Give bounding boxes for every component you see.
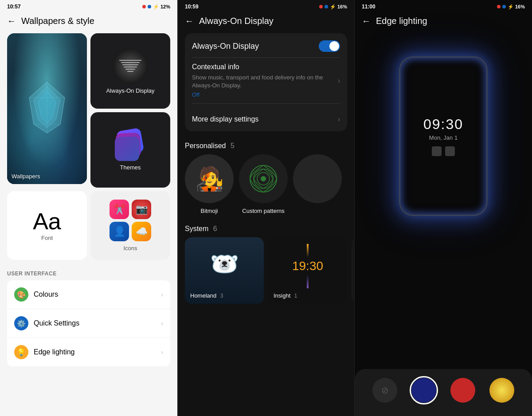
edge-glow [400, 58, 486, 215]
insight-bar-top [307, 244, 309, 257]
grid-item-wallpapers[interactable]: Wallpapers [7, 33, 87, 184]
system-card-homeland[interactable]: 🐻‍❄️ Homeland 3 [185, 237, 264, 304]
themes-layers [115, 130, 146, 161]
page-title-3: Edge lighting [376, 16, 427, 26]
battery-3: ⚡ 16% [508, 4, 525, 10]
bitmoji-circle: 🧑‍🎤 [185, 154, 234, 203]
display-settings-chevron: › [338, 115, 340, 123]
top-nav-3: ← Edge lighting [355, 12, 532, 30]
status-time-3: 11:00 [362, 4, 376, 10]
ui-section-label: USER INTERFACE [0, 263, 177, 280]
homeland-label: Homeland [190, 292, 216, 299]
status-icons-3: ⚡ 16% [497, 4, 525, 10]
icon-app-contacts: 👤 [110, 222, 129, 241]
quicksettings-label: Quick Settings [34, 319, 156, 327]
polar-bear-emoji: 🐻‍❄️ [210, 251, 239, 278]
system-header: System 6 [178, 221, 354, 237]
toggle-knob [329, 41, 339, 51]
display-settings-row[interactable]: More display settings › [192, 109, 340, 124]
edgelighting-chevron: › [161, 349, 163, 356]
page-title-2: Always-On Display [199, 16, 274, 26]
aod-toggle-row: Always-On Display [192, 40, 340, 52]
personalised-count: 5 [231, 142, 235, 149]
grid-item-themes[interactable]: Themes [90, 112, 170, 188]
bitmoji-label: Bitmoji [200, 208, 218, 214]
settings-item-quicksettings[interactable]: ⚙️ Quick Settings › [7, 309, 170, 338]
quicksettings-icon: ⚙️ [14, 316, 28, 330]
color-dot-disabled[interactable]: ⊘ [372, 378, 397, 403]
personalised-header: Personalised 5 [178, 135, 354, 154]
contextual-title: Contextual info [192, 63, 338, 71]
aod-line [127, 71, 133, 72]
back-arrow-2[interactable]: ← [185, 16, 194, 26]
themes-label: Themes [120, 164, 141, 171]
carousel-item-custom-patterns[interactable]: Custom patterns [239, 154, 288, 214]
carousel-item-bitmoji[interactable]: 🧑‍🎤 Bitmoji [185, 154, 234, 214]
aod-circle [113, 48, 148, 84]
aod-settings-card: Always-On Display Contextual info Show m… [185, 33, 347, 131]
grid-item-font[interactable]: Aa Font [7, 191, 87, 260]
system-card-insight[interactable]: 19:30 Insight 1 [268, 237, 347, 304]
aod-lines [119, 60, 141, 72]
status-time-2: 10:59 [185, 4, 199, 10]
grid-item-icons[interactable]: ✂️ 📷 👤 ☁️ Icons [90, 191, 170, 260]
panel-wallpapers-style: 10:57 ⚡ 12% ← Wallpapers & style Wallpap… [0, 0, 177, 416]
custom-patterns-label: Custom patterns [242, 208, 284, 214]
aod-line [124, 67, 137, 67]
status-dot-blue-1 [148, 5, 151, 8]
top-nav-2: ← Always-On Display [178, 12, 354, 30]
icon-app-camera: 📷 [132, 200, 151, 219]
insight-label: Insight [274, 292, 290, 299]
back-arrow-1[interactable]: ← [7, 16, 16, 26]
back-arrow-3[interactable]: ← [362, 16, 371, 26]
system-count: 6 [213, 225, 217, 232]
display-settings-text: More display settings [192, 115, 258, 123]
icons-label: Icons [123, 245, 137, 251]
contextual-chevron: › [338, 77, 340, 85]
colours-label: Colours [34, 290, 156, 298]
settings-item-colours[interactable]: 🎨 Colours › [7, 280, 170, 309]
status-dot-red-1 [142, 5, 146, 8]
status-dot-red-3 [497, 5, 501, 8]
insight-count: 1 [294, 293, 297, 299]
color-dot-gold[interactable] [489, 378, 514, 403]
system-card-partial[interactable] [352, 237, 354, 304]
system-grid: 🐻‍❄️ Homeland 3 19:30 Insight 1 [178, 237, 354, 304]
settings-item-edgelighting[interactable]: 💡 Edge lighting › [7, 338, 170, 366]
aod-divider-2 [192, 103, 340, 104]
custom-patterns-circle [239, 154, 288, 203]
aod-toggle[interactable] [319, 40, 340, 52]
partial-circle [293, 154, 342, 203]
pattern-svg [248, 163, 279, 194]
crystal-svg [20, 80, 74, 137]
edgelighting-icon: 💡 [14, 345, 28, 359]
color-selector: ⊘ [355, 369, 532, 416]
wallpaper-grid: Wallpapers Always-On Display [0, 30, 177, 263]
contextual-status: Off [192, 91, 338, 98]
color-dots: ⊘ [365, 378, 521, 403]
quicksettings-chevron: › [161, 320, 163, 327]
right-column: Always-On Display Themes [90, 33, 170, 188]
icon-app-pink: ✂️ [110, 200, 129, 219]
edgelighting-label: Edge lighting [34, 348, 156, 356]
top-nav-1: ← Wallpapers & style [0, 12, 177, 30]
personalised-title: Personalised [185, 142, 226, 149]
carousel-item-partial[interactable] [293, 154, 342, 214]
homeland-labels: Homeland 3 [190, 291, 223, 299]
grid-item-aod[interactable]: Always-On Display [90, 33, 170, 109]
contextual-info: Contextual info Show music, transport an… [192, 63, 338, 98]
aod-label: Always-On Display [106, 87, 154, 94]
colours-chevron: › [161, 291, 163, 298]
color-dot-blue[interactable] [411, 378, 436, 403]
panel-edge-lighting: 11:00 ⚡ 16% ← Edge lighting 09:30 Mon, J… [355, 0, 532, 416]
insight-bar-bottom [307, 275, 309, 288]
icon-app-weather: ☁️ [132, 222, 151, 241]
svg-point-9 [261, 176, 266, 181]
aod-divider-1 [192, 57, 340, 58]
color-dot-red[interactable] [450, 378, 475, 403]
contextual-desc: Show music, transport and food delivery … [192, 74, 338, 90]
aod-line [122, 64, 138, 65]
contextual-row[interactable]: Contextual info Show music, transport an… [192, 63, 340, 98]
icons-grid: ✂️ 📷 👤 ☁️ [110, 200, 151, 241]
insight-labels: Insight 1 [274, 291, 297, 299]
